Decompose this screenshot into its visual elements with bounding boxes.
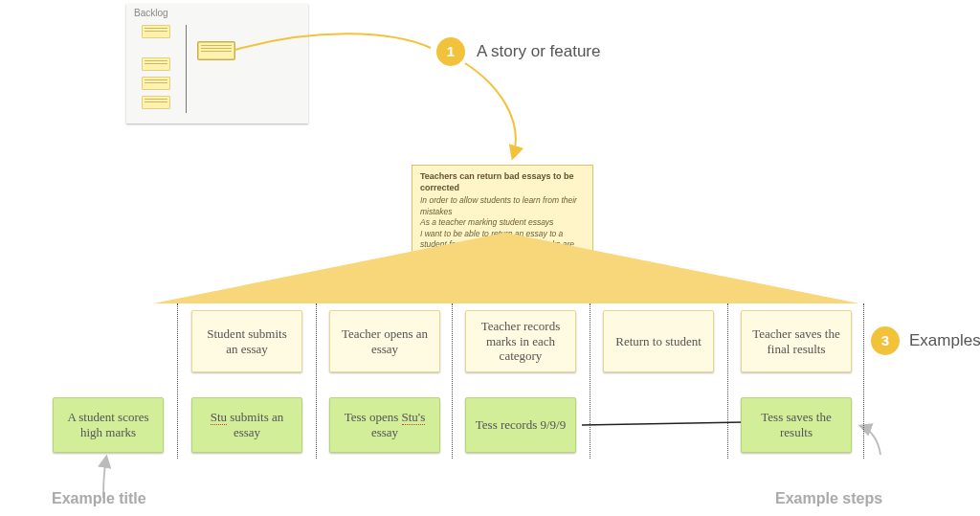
badge-2-label: Tasks or steps [521,273,625,292]
example-step-card: Stu submits an essay [191,397,302,453]
example-step-card: Tess opens Stu's essay [329,397,440,453]
arrow-example-steps [861,426,880,455]
task-card: Teacher records marks in each category [465,310,576,372]
badge-2-num: 2 [491,274,499,290]
column-divider [452,303,453,459]
skip-connector [582,422,745,425]
badge-1: 1 [436,37,465,66]
task-card: Teacher saves the final results [741,310,852,372]
story-card-line3: I want to be able to return an essay to … [420,229,585,261]
story-card-line2: As a teacher marking student essays [420,217,585,228]
column-divider [590,303,590,459]
task-card: Teacher opens an essay [329,310,440,372]
column-divider [727,303,728,459]
task-card: Student submits an essay [191,310,302,372]
backlog-note-selected [198,42,234,59]
badge-3-num: 3 [881,332,889,348]
backlog-title: Backlog [134,8,168,18]
example-title-card: A student scores high marks [53,397,164,453]
backlog-divider [186,25,187,113]
badge-1-num: 1 [447,43,455,59]
task-card: Return to student [603,310,714,372]
example-step-card: Tess records 9/9/9 [465,397,576,453]
story-card-title: Teachers can return bad essays to be cor… [420,170,585,193]
badge-2: 2 [480,268,509,297]
backlog-note [142,25,170,38]
badge-3-label: Examples [909,331,980,350]
example-step-card: Tess saves the results [741,397,852,453]
column-divider [863,303,864,459]
column-divider [177,303,178,459]
story-card-line1: In order to allow students to learn from… [420,195,585,217]
column-divider [316,303,317,459]
backlog-note [142,57,170,71]
backlog-note [142,96,170,109]
backlog-note [142,77,170,90]
annotation-example-title: Example title [52,490,146,507]
story-card: Teachers can return bad essays to be cor… [412,165,593,268]
badge-1-label: A story or feature [477,42,600,61]
arrow-badge-to-story [465,63,516,157]
badge-3: 3 [871,326,900,355]
annotation-example-steps: Example steps [775,490,882,507]
backlog-panel: Backlog [126,4,308,123]
